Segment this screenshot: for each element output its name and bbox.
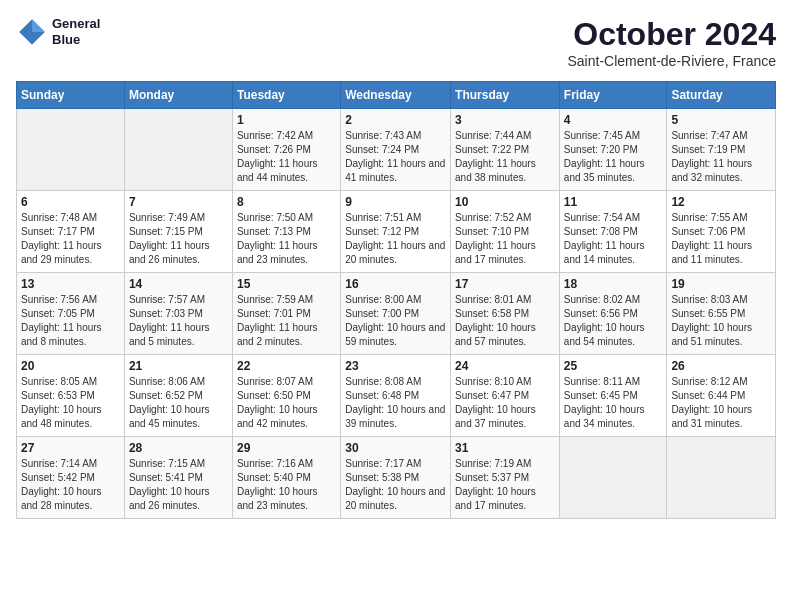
day-number: 11 <box>564 195 663 209</box>
calendar-cell <box>559 437 667 519</box>
calendar-cell: 20Sunrise: 8:05 AMSunset: 6:53 PMDayligh… <box>17 355 125 437</box>
day-number: 16 <box>345 277 446 291</box>
calendar-cell: 14Sunrise: 7:57 AMSunset: 7:03 PMDayligh… <box>124 273 232 355</box>
day-detail: Sunrise: 8:05 AMSunset: 6:53 PMDaylight:… <box>21 375 120 431</box>
day-number: 19 <box>671 277 771 291</box>
calendar-cell: 19Sunrise: 8:03 AMSunset: 6:55 PMDayligh… <box>667 273 776 355</box>
weekday-header-cell: Friday <box>559 82 667 109</box>
weekday-header-cell: Thursday <box>451 82 560 109</box>
weekday-header-cell: Wednesday <box>341 82 451 109</box>
page-header: General Blue October 2024 Saint-Clement-… <box>16 16 776 69</box>
calendar-week-row: 13Sunrise: 7:56 AMSunset: 7:05 PMDayligh… <box>17 273 776 355</box>
day-number: 6 <box>21 195 120 209</box>
day-detail: Sunrise: 7:19 AMSunset: 5:37 PMDaylight:… <box>455 457 555 513</box>
calendar-cell <box>17 109 125 191</box>
day-number: 13 <box>21 277 120 291</box>
day-detail: Sunrise: 8:06 AMSunset: 6:52 PMDaylight:… <box>129 375 228 431</box>
calendar-cell: 17Sunrise: 8:01 AMSunset: 6:58 PMDayligh… <box>451 273 560 355</box>
calendar-cell: 29Sunrise: 7:16 AMSunset: 5:40 PMDayligh… <box>232 437 340 519</box>
calendar-cell <box>667 437 776 519</box>
weekday-header-cell: Sunday <box>17 82 125 109</box>
day-detail: Sunrise: 7:17 AMSunset: 5:38 PMDaylight:… <box>345 457 446 513</box>
day-number: 25 <box>564 359 663 373</box>
day-detail: Sunrise: 7:45 AMSunset: 7:20 PMDaylight:… <box>564 129 663 185</box>
day-detail: Sunrise: 8:10 AMSunset: 6:47 PMDaylight:… <box>455 375 555 431</box>
day-number: 9 <box>345 195 446 209</box>
day-number: 2 <box>345 113 446 127</box>
calendar-cell: 5Sunrise: 7:47 AMSunset: 7:19 PMDaylight… <box>667 109 776 191</box>
day-number: 27 <box>21 441 120 455</box>
day-number: 3 <box>455 113 555 127</box>
calendar-cell: 31Sunrise: 7:19 AMSunset: 5:37 PMDayligh… <box>451 437 560 519</box>
calendar-cell: 25Sunrise: 8:11 AMSunset: 6:45 PMDayligh… <box>559 355 667 437</box>
day-number: 28 <box>129 441 228 455</box>
calendar-week-row: 27Sunrise: 7:14 AMSunset: 5:42 PMDayligh… <box>17 437 776 519</box>
calendar-cell: 7Sunrise: 7:49 AMSunset: 7:15 PMDaylight… <box>124 191 232 273</box>
weekday-header-cell: Monday <box>124 82 232 109</box>
day-number: 20 <box>21 359 120 373</box>
day-number: 7 <box>129 195 228 209</box>
day-number: 4 <box>564 113 663 127</box>
day-number: 14 <box>129 277 228 291</box>
day-detail: Sunrise: 7:55 AMSunset: 7:06 PMDaylight:… <box>671 211 771 267</box>
logo-text: General Blue <box>52 16 100 47</box>
calendar-cell: 13Sunrise: 7:56 AMSunset: 7:05 PMDayligh… <box>17 273 125 355</box>
logo-icon <box>16 16 48 48</box>
calendar-cell: 28Sunrise: 7:15 AMSunset: 5:41 PMDayligh… <box>124 437 232 519</box>
calendar-cell: 1Sunrise: 7:42 AMSunset: 7:26 PMDaylight… <box>232 109 340 191</box>
day-detail: Sunrise: 8:02 AMSunset: 6:56 PMDaylight:… <box>564 293 663 349</box>
svg-marker-1 <box>32 19 45 32</box>
day-detail: Sunrise: 7:47 AMSunset: 7:19 PMDaylight:… <box>671 129 771 185</box>
day-number: 18 <box>564 277 663 291</box>
day-detail: Sunrise: 8:12 AMSunset: 6:44 PMDaylight:… <box>671 375 771 431</box>
day-number: 21 <box>129 359 228 373</box>
calendar-cell: 11Sunrise: 7:54 AMSunset: 7:08 PMDayligh… <box>559 191 667 273</box>
day-detail: Sunrise: 8:01 AMSunset: 6:58 PMDaylight:… <box>455 293 555 349</box>
day-number: 31 <box>455 441 555 455</box>
day-detail: Sunrise: 7:59 AMSunset: 7:01 PMDaylight:… <box>237 293 336 349</box>
day-number: 8 <box>237 195 336 209</box>
day-detail: Sunrise: 7:50 AMSunset: 7:13 PMDaylight:… <box>237 211 336 267</box>
day-detail: Sunrise: 7:52 AMSunset: 7:10 PMDaylight:… <box>455 211 555 267</box>
day-number: 10 <box>455 195 555 209</box>
day-detail: Sunrise: 8:00 AMSunset: 7:00 PMDaylight:… <box>345 293 446 349</box>
logo: General Blue <box>16 16 100 48</box>
day-detail: Sunrise: 7:57 AMSunset: 7:03 PMDaylight:… <box>129 293 228 349</box>
day-detail: Sunrise: 7:15 AMSunset: 5:41 PMDaylight:… <box>129 457 228 513</box>
calendar-body: 1Sunrise: 7:42 AMSunset: 7:26 PMDaylight… <box>17 109 776 519</box>
calendar-cell: 4Sunrise: 7:45 AMSunset: 7:20 PMDaylight… <box>559 109 667 191</box>
weekday-header-row: SundayMondayTuesdayWednesdayThursdayFrid… <box>17 82 776 109</box>
weekday-header-cell: Saturday <box>667 82 776 109</box>
calendar-cell: 16Sunrise: 8:00 AMSunset: 7:00 PMDayligh… <box>341 273 451 355</box>
calendar-cell: 21Sunrise: 8:06 AMSunset: 6:52 PMDayligh… <box>124 355 232 437</box>
day-number: 12 <box>671 195 771 209</box>
calendar-cell: 24Sunrise: 8:10 AMSunset: 6:47 PMDayligh… <box>451 355 560 437</box>
calendar-cell: 30Sunrise: 7:17 AMSunset: 5:38 PMDayligh… <box>341 437 451 519</box>
day-number: 15 <box>237 277 336 291</box>
day-number: 26 <box>671 359 771 373</box>
calendar-week-row: 20Sunrise: 8:05 AMSunset: 6:53 PMDayligh… <box>17 355 776 437</box>
calendar-cell: 27Sunrise: 7:14 AMSunset: 5:42 PMDayligh… <box>17 437 125 519</box>
day-detail: Sunrise: 7:49 AMSunset: 7:15 PMDaylight:… <box>129 211 228 267</box>
calendar-cell: 10Sunrise: 7:52 AMSunset: 7:10 PMDayligh… <box>451 191 560 273</box>
day-number: 22 <box>237 359 336 373</box>
title-block: October 2024 Saint-Clement-de-Riviere, F… <box>567 16 776 69</box>
calendar-cell: 2Sunrise: 7:43 AMSunset: 7:24 PMDaylight… <box>341 109 451 191</box>
day-number: 1 <box>237 113 336 127</box>
day-number: 23 <box>345 359 446 373</box>
calendar-week-row: 1Sunrise: 7:42 AMSunset: 7:26 PMDaylight… <box>17 109 776 191</box>
calendar-cell: 9Sunrise: 7:51 AMSunset: 7:12 PMDaylight… <box>341 191 451 273</box>
calendar-cell: 8Sunrise: 7:50 AMSunset: 7:13 PMDaylight… <box>232 191 340 273</box>
calendar-table: SundayMondayTuesdayWednesdayThursdayFrid… <box>16 81 776 519</box>
month-title: October 2024 <box>567 16 776 53</box>
day-detail: Sunrise: 7:51 AMSunset: 7:12 PMDaylight:… <box>345 211 446 267</box>
day-detail: Sunrise: 8:11 AMSunset: 6:45 PMDaylight:… <box>564 375 663 431</box>
day-number: 29 <box>237 441 336 455</box>
day-number: 24 <box>455 359 555 373</box>
calendar-cell: 6Sunrise: 7:48 AMSunset: 7:17 PMDaylight… <box>17 191 125 273</box>
day-detail: Sunrise: 7:54 AMSunset: 7:08 PMDaylight:… <box>564 211 663 267</box>
day-number: 30 <box>345 441 446 455</box>
calendar-week-row: 6Sunrise: 7:48 AMSunset: 7:17 PMDaylight… <box>17 191 776 273</box>
day-detail: Sunrise: 7:48 AMSunset: 7:17 PMDaylight:… <box>21 211 120 267</box>
calendar-cell: 3Sunrise: 7:44 AMSunset: 7:22 PMDaylight… <box>451 109 560 191</box>
